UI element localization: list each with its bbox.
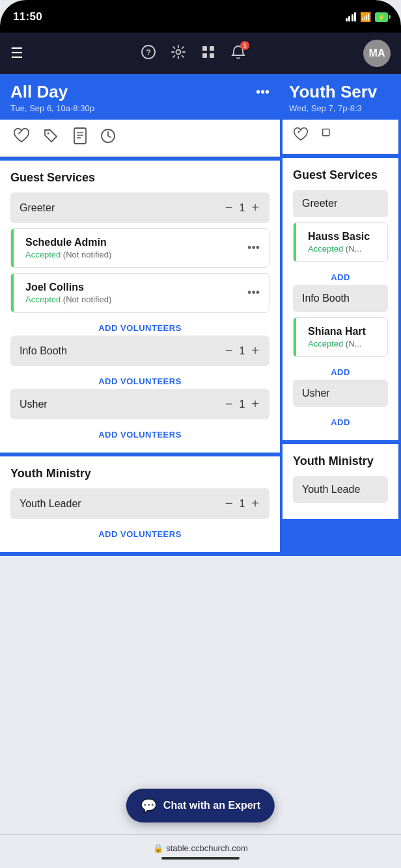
usher-controls-left: − 1 + <box>224 397 260 412</box>
youth-leader-label-left: Youth Leader <box>20 498 81 510</box>
greeter-role-right: Greeter <box>293 190 388 217</box>
chat-fab-label: Chat with an Expert <box>163 800 260 811</box>
nav-bar: ☰ ? 1 <box>0 33 401 74</box>
notification-button[interactable]: 1 <box>231 45 245 62</box>
wifi-icon: 📶 <box>360 12 371 22</box>
svg-point-7 <box>48 133 49 135</box>
hauss-basic-info: Hauss Basic Accepted (N... <box>303 231 370 254</box>
avatar[interactable]: MA <box>363 40 391 67</box>
youth-leader-controls-left: − 1 + <box>224 496 260 511</box>
clock-icon[interactable] <box>100 128 116 148</box>
heart-icon-right[interactable] <box>293 127 309 146</box>
schedule-admin-row: Schedule Admin Accepted (Not notified) •… <box>10 228 270 268</box>
usher-plus-left[interactable]: + <box>250 397 260 412</box>
greeter-count-left: 1 <box>239 202 245 214</box>
youth-ministry-card-right: Youth Ministry Youth Leade <box>283 444 398 519</box>
shiana-hart-name: Shiana Hart <box>308 326 366 337</box>
event-title-right: Youth Serv <box>289 82 377 102</box>
youth-leader-label-right: Youth Leade <box>302 484 360 495</box>
youth-leader-minus-left[interactable]: − <box>224 496 234 511</box>
svg-rect-4 <box>210 46 214 51</box>
youth-ministry-card-left: Youth Ministry Youth Leader − 1 + ADD VO… <box>0 456 280 552</box>
add-volunteers-usher-left[interactable]: ADD VOLUNTEERS <box>10 425 270 442</box>
toolbar-right <box>283 120 398 154</box>
usher-label-left: Usher <box>20 399 48 410</box>
help-button[interactable]: ? <box>141 45 156 62</box>
settings-button[interactable] <box>171 45 186 62</box>
youth-leader-count-left: 1 <box>239 498 245 510</box>
youth-leader-role-left: Youth Leader − 1 + <box>10 488 270 519</box>
chat-fab[interactable]: 💬 Chat with an Expert <box>126 789 275 822</box>
greeter-role-left: Greeter − 1 + <box>10 192 270 223</box>
event-more-left[interactable]: ••• <box>256 85 270 99</box>
joel-collins-more[interactable]: ••• <box>247 286 260 300</box>
tag-icon-right[interactable] <box>322 127 336 146</box>
info-booth-count-left: 1 <box>239 345 245 357</box>
youth-leader-role-right: Youth Leade <box>293 476 388 503</box>
info-booth-controls-left: − 1 + <box>224 343 260 358</box>
usher-count-left: 1 <box>239 399 245 410</box>
home-indicator <box>161 857 240 860</box>
event-header-right: Youth Serv Wed, Sep 7, 7p-8:3 <box>283 74 398 120</box>
svg-rect-6 <box>210 53 214 58</box>
joel-collins-name: Joel Collins <box>25 282 111 293</box>
hauss-basic-status: Accepted (N... <box>308 244 370 254</box>
greeter-minus-left[interactable]: − <box>224 200 234 215</box>
schedule-admin-accent <box>11 229 14 267</box>
event-header-left: All Day ••• Tue, Sep 6, 10a-8:30p <box>0 74 280 120</box>
joel-collins-accent <box>11 274 14 312</box>
svg-rect-13 <box>323 129 329 136</box>
hauss-basic-name: Hauss Basic <box>308 231 370 243</box>
joel-collins-row: Joel Collins Accepted (Not notified) ••• <box>10 273 270 313</box>
heart-icon[interactable] <box>13 128 30 148</box>
status-bar: 11:50 📶 ⚡ <box>0 0 401 33</box>
shiana-hart-info: Shiana Hart Accepted (N... <box>303 326 366 349</box>
add-volunteers-youth-left[interactable]: ADD VOLUNTEERS <box>10 524 270 542</box>
svg-rect-8 <box>74 128 86 144</box>
tag-icon[interactable] <box>43 128 60 148</box>
add-usher-right[interactable]: ADD <box>293 412 388 430</box>
greeter-plus-left[interactable]: + <box>250 200 260 215</box>
joel-collins-status: Accepted (Not notified) <box>25 295 111 304</box>
info-booth-minus-left[interactable]: − <box>224 343 234 358</box>
browser-bar: 🔒 stable.ccbchurch.com <box>0 834 401 868</box>
hamburger-icon[interactable]: ☰ <box>10 45 23 62</box>
event-subtitle-right: Wed, Sep 7, 7p-8:3 <box>289 103 388 113</box>
guest-services-card-left: Guest Services Greeter − 1 + Schedule Ad… <box>0 161 280 453</box>
add-greeter-right[interactable]: ADD <box>293 267 388 285</box>
document-icon[interactable] <box>73 127 87 148</box>
add-infobooth-right[interactable]: ADD <box>293 362 388 380</box>
signal-icon <box>346 12 357 21</box>
status-icons: 📶 ⚡ <box>346 12 389 22</box>
battery-icon: ⚡ <box>375 12 388 22</box>
schedule-admin-info: Schedule Admin Accepted (Not notified) <box>20 237 111 259</box>
usher-role-right: Usher <box>293 380 388 407</box>
lock-icon: 🔒 <box>153 843 163 853</box>
right-column: Youth Serv Wed, Sep 7, 7p-8:3 Guest Serv… <box>283 74 398 556</box>
columns-wrapper: All Day ••• Tue, Sep 6, 10a-8:30p <box>0 74 401 556</box>
svg-rect-3 <box>202 46 207 51</box>
notification-badge: 1 <box>240 41 249 50</box>
add-volunteers-infobooth-left[interactable]: ADD VOLUNTEERS <box>10 371 270 389</box>
event-title-left: All Day <box>10 82 68 102</box>
usher-minus-left[interactable]: − <box>224 397 234 412</box>
schedule-admin-name: Schedule Admin <box>25 237 111 248</box>
schedule-admin-status: Accepted (Not notified) <box>25 250 111 259</box>
nav-icons: ? 1 <box>31 45 355 62</box>
chat-bubble-icon: 💬 <box>141 798 157 813</box>
info-booth-role-left: Info Booth − 1 + <box>10 335 270 366</box>
youth-ministry-title-right: Youth Ministry <box>293 454 388 468</box>
info-booth-plus-left[interactable]: + <box>250 343 260 358</box>
url-text: stable.ccbchurch.com <box>166 843 248 853</box>
guest-services-title-left: Guest Services <box>10 171 270 185</box>
schedule-admin-more[interactable]: ••• <box>247 241 260 255</box>
info-booth-role-right: Info Booth <box>293 285 388 312</box>
guest-services-card-right: Guest Services Greeter Hauss Basic Accep… <box>283 158 398 440</box>
youth-ministry-title-left: Youth Ministry <box>10 467 270 480</box>
grid-button[interactable] <box>201 45 215 62</box>
add-volunteers-greeter-left[interactable]: ADD VOLUNTEERS <box>10 318 270 335</box>
youth-leader-plus-left[interactable]: + <box>250 496 260 511</box>
usher-role-left: Usher − 1 + <box>10 389 270 419</box>
shiana-hart-row: Shiana Hart Accepted (N... <box>293 317 388 357</box>
guest-services-title-right: Guest Services <box>293 168 388 182</box>
